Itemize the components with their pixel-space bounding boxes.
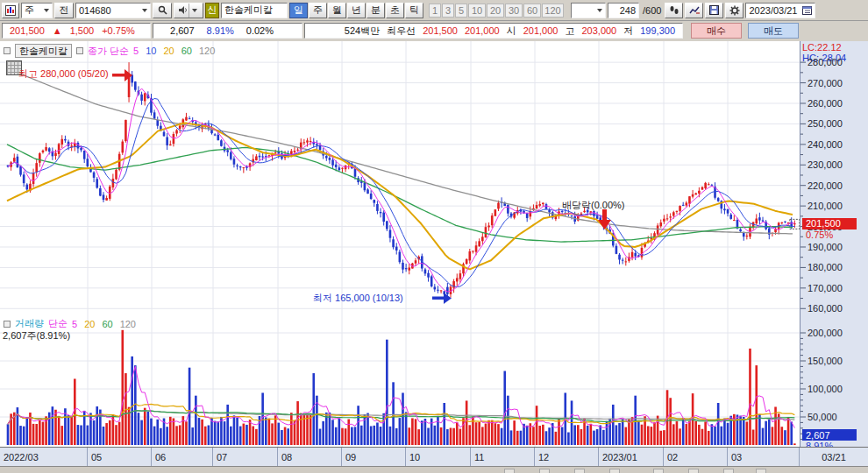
ma-label-5: 5 — [72, 319, 77, 329]
price-tick-label: 240,000 — [808, 139, 860, 150]
high-label: 고 — [565, 25, 574, 38]
checkbox-icon[interactable] — [76, 47, 83, 54]
cropped-icon — [688, 469, 699, 473]
open-label: 시 — [507, 25, 516, 38]
interval-button-3[interactable]: 3 — [442, 4, 454, 18]
period-button-5[interactable]: 초 — [386, 3, 404, 18]
interval-button-5[interactable]: 5 — [455, 4, 467, 18]
jeon-button[interactable]: 전 — [54, 3, 74, 18]
checkbox-icon[interactable] — [4, 321, 11, 328]
date-picker[interactable]: 2023/03/21 — [745, 3, 815, 18]
price-tick-label: 260,000 — [808, 98, 860, 109]
price-tick-label: 190,000 — [808, 242, 860, 252]
high-price: 203,000 — [581, 25, 616, 36]
price-axis-strip[interactable]: LC:22.12 HC:-28.04 280,000270,000260,000… — [800, 41, 868, 447]
cropped-icon — [723, 469, 734, 473]
period-button-2[interactable]: 월 — [328, 3, 346, 18]
ma-period-labels: 5102060120 — [133, 46, 215, 56]
tick-step-button[interactable] — [665, 3, 683, 18]
interval-button-1[interactable]: 1 — [429, 4, 441, 18]
date-axis-cell: 05 — [88, 448, 152, 466]
volume-tick-label: 100,000 — [808, 384, 860, 394]
empty-dropdown[interactable] — [571, 3, 606, 18]
footprints-icon — [669, 5, 679, 15]
window-chart-icon[interactable] — [2, 3, 19, 18]
settings-button[interactable] — [725, 3, 743, 18]
checkbox-icon[interactable] — [4, 47, 11, 54]
price-tick-label: 180,000 — [808, 262, 860, 272]
interval-button-10[interactable]: 10 — [468, 4, 486, 18]
annotation-exdividend: 배당락(0.00%) — [562, 199, 625, 212]
interval-button-20[interactable]: 20 — [487, 4, 504, 18]
stock-name-field[interactable]: 한솔케미칼 — [221, 3, 288, 18]
period-button-3[interactable]: 년 — [347, 3, 366, 18]
period-type-dropdown[interactable]: 주 — [21, 3, 53, 18]
stock-name-value: 한솔케미칼 — [224, 4, 273, 17]
volume-tick-label: 50,000 — [808, 412, 860, 422]
cropped-icon — [539, 469, 550, 473]
ma-label-120: 120 — [199, 46, 215, 56]
ma-label-20: 20 — [84, 319, 95, 329]
ma-label-60: 60 — [181, 46, 192, 56]
cropped-icon — [756, 469, 766, 473]
chevron-down-icon — [44, 9, 49, 12]
annotation-lowest: 최저 165,000 (10/13) — [313, 292, 403, 305]
period-type-value: 주 — [25, 4, 34, 17]
interval-button-120[interactable]: 120 — [542, 4, 564, 18]
price-tick-label: 280,000 — [808, 57, 860, 67]
trendline-icon — [689, 5, 700, 15]
interval-button-30[interactable]: 30 — [505, 4, 523, 18]
date-axis-cell: 06 — [152, 448, 213, 466]
period-button-6[interactable]: 틱 — [405, 3, 423, 18]
period-button-4[interactable]: 분 — [366, 3, 385, 18]
volume-ratio: 8.91% — [207, 25, 234, 36]
sell-button[interactable]: 매도 — [748, 23, 799, 39]
candle-count-max: /600 — [643, 5, 661, 16]
current-volume-tag: 2,607 — [802, 429, 857, 441]
period-button-1[interactable]: 주 — [309, 3, 327, 18]
current-price-tag: 201,500 — [802, 218, 857, 229]
search-button[interactable] — [153, 3, 172, 18]
stock-code-combo[interactable]: 014680 — [75, 3, 151, 18]
price-legend: 한솔케미칼 종가 단순 5102060120 — [4, 44, 215, 58]
chevron-down-icon[interactable] — [189, 4, 200, 18]
quote-bar: 201,500 ▲ 1,500 +0.75% 2,607 8.91% 0.02%… — [0, 21, 868, 41]
best-label: 최우선 — [387, 25, 416, 38]
calendar-icon[interactable] — [802, 5, 812, 15]
search-icon — [158, 5, 167, 15]
legend-stock-chip[interactable]: 한솔케미칼 — [15, 44, 72, 58]
ohlc-box: 524백만 최우선 201,500 201,000 시 201,000 고 20… — [304, 23, 683, 39]
save-button[interactable] — [705, 3, 723, 18]
date-axis-last: 03/21 — [800, 448, 868, 466]
period-button-group: 일주월년분초틱 — [289, 3, 423, 18]
ma-label-120: 120 — [120, 319, 136, 329]
save-icon — [709, 5, 719, 15]
volume-current-text: 2,607주(8.91%) — [3, 329, 70, 342]
low-label: 저 — [623, 25, 633, 38]
sound-split-button[interactable] — [174, 3, 203, 18]
price-tick-label: 220,000 — [808, 180, 860, 191]
ma-label-60: 60 — [102, 319, 112, 329]
current-price: 201,500 — [10, 25, 45, 36]
price-chart-canvas[interactable] — [0, 41, 800, 315]
volume-box: 2,607 8.91% 0.02% — [153, 23, 302, 39]
interval-button-60[interactable]: 60 — [523, 4, 541, 18]
period-button-0[interactable]: 일 — [289, 3, 308, 18]
volume-tick-label: 200,000 — [808, 328, 860, 338]
date-axis-cell: 07 — [213, 448, 278, 466]
draw-trendline-button[interactable] — [685, 3, 703, 18]
trade-value: 524백만 — [345, 25, 380, 38]
ma-label-20: 20 — [163, 46, 174, 56]
chevron-down-icon — [142, 9, 147, 12]
date-axis-cell: 02 — [664, 448, 728, 466]
cropped-icon — [609, 469, 620, 473]
date-axis[interactable]: 03/21 2022/0305060708091011122023/010203 — [0, 447, 868, 466]
interval-button-group: 13510203060120 — [429, 4, 564, 18]
candle-count-input[interactable]: 248 — [608, 3, 639, 18]
chart-toolbar: 주 전 014680 신 한솔케미칼 일주월년분초틱 1351020306012… — [0, 0, 868, 21]
stock-code-value: 014680 — [79, 5, 111, 16]
cropped-icon — [574, 469, 585, 473]
volume-chart-canvas[interactable] — [0, 315, 800, 447]
buy-button[interactable]: 매수 — [691, 23, 742, 39]
date-axis-cell: 11 — [471, 448, 535, 466]
